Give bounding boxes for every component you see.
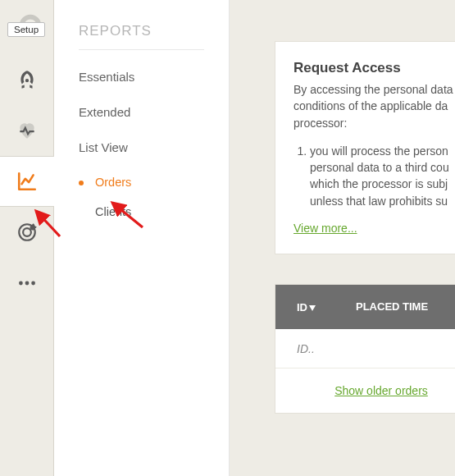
- submenu-subitem-orders[interactable]: Orders: [79, 176, 204, 189]
- panel-intro: By accessing the personal data condition…: [293, 81, 455, 131]
- more-horizontal-icon: [16, 272, 38, 294]
- nav-reports[interactable]: [0, 156, 54, 207]
- svg-point-2: [19, 281, 23, 286]
- icon-rail: [0, 0, 54, 476]
- panel-point-1: you will process the person personal dat…: [310, 143, 455, 209]
- nav-heartbeat[interactable]: [0, 105, 54, 156]
- submenu-title: REPORTS: [79, 23, 204, 39]
- show-older-orders-link[interactable]: Show older orders: [334, 384, 428, 397]
- col-header-placed-time[interactable]: PLACED TIME: [351, 300, 455, 314]
- request-access-panel: Request Access By accessing the personal…: [275, 41, 455, 254]
- nav-more[interactable]: [0, 258, 54, 309]
- nav-rocket[interactable]: [0, 54, 54, 105]
- view-more-link[interactable]: View more...: [293, 222, 357, 235]
- table-footer: Show older orders: [275, 368, 455, 413]
- svg-point-4: [31, 281, 35, 286]
- svg-point-3: [25, 281, 30, 286]
- main-content: Request Access By accessing the personal…: [275, 0, 455, 476]
- table-header: ID PLACED TIME: [275, 285, 455, 329]
- col-header-id[interactable]: ID: [275, 301, 351, 314]
- submenu-item-extended[interactable]: Extended: [79, 105, 204, 119]
- filter-cell-id[interactable]: ID..: [275, 342, 351, 355]
- nav-target[interactable]: [0, 207, 54, 258]
- target-icon: [16, 222, 38, 243]
- chart-line-icon: [16, 171, 38, 192]
- heartbeat-icon: [16, 120, 38, 141]
- setup-tooltip: Setup: [7, 22, 45, 37]
- orders-table: ID PLACED TIME ID.. Show older orders: [275, 284, 455, 414]
- submenu-item-essentials[interactable]: Essentials: [79, 70, 204, 84]
- col-header-id-label: ID: [297, 301, 307, 314]
- divider: [79, 49, 204, 50]
- panel-title: Request Access: [293, 60, 455, 76]
- submenu-subitem-clients[interactable]: Clients: [79, 205, 204, 218]
- reports-submenu: REPORTS Essentials Extended List View Or…: [54, 0, 230, 476]
- sort-desc-icon: [309, 305, 316, 311]
- submenu-item-listview[interactable]: List View: [79, 140, 204, 154]
- svg-point-1: [23, 228, 31, 236]
- rocket-icon: [16, 69, 38, 90]
- table-row: ID..: [275, 329, 455, 368]
